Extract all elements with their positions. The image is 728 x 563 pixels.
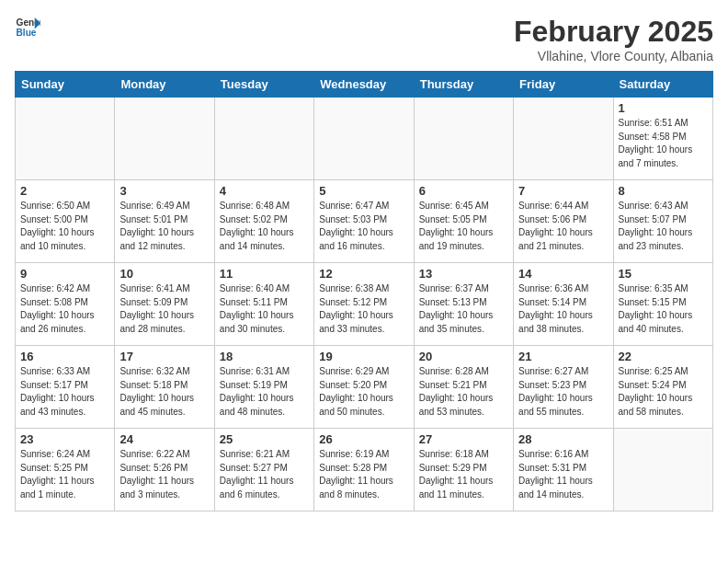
day-number: 20 (419, 350, 508, 363)
calendar-cell: 15Sunrise: 6:35 AM Sunset: 5:15 PM Dayli… (613, 263, 712, 346)
day-number: 13 (419, 267, 508, 281)
day-number: 21 (518, 350, 608, 363)
day-info: Sunrise: 6:25 AM Sunset: 5:24 PM Dayligh… (619, 365, 708, 419)
calendar-cell: 14Sunrise: 6:36 AM Sunset: 5:14 PM Dayli… (514, 263, 613, 346)
day-info: Sunrise: 6:31 AM Sunset: 5:19 PM Dayligh… (220, 365, 309, 419)
calendar-cell: 3Sunrise: 6:49 AM Sunset: 5:01 PM Daylig… (115, 180, 214, 263)
day-number: 25 (220, 432, 309, 446)
day-info: Sunrise: 6:19 AM Sunset: 5:28 PM Dayligh… (319, 448, 408, 501)
day-number: 23 (20, 432, 109, 446)
calendar-cell: 2Sunrise: 6:50 AM Sunset: 5:00 PM Daylig… (16, 180, 115, 263)
calendar-cell: 23Sunrise: 6:24 AM Sunset: 5:25 PM Dayli… (16, 429, 115, 511)
day-number: 14 (518, 267, 608, 281)
logo-icon: General Blue (15, 15, 40, 40)
calendar-cell: 26Sunrise: 6:19 AM Sunset: 5:28 PM Dayli… (314, 429, 414, 511)
calendar-cell: 16Sunrise: 6:33 AM Sunset: 5:17 PM Dayli… (16, 346, 115, 429)
day-number: 17 (119, 350, 209, 363)
calendar-cell: 20Sunrise: 6:28 AM Sunset: 5:21 PM Dayli… (414, 346, 513, 429)
day-info: Sunrise: 6:32 AM Sunset: 5:18 PM Dayligh… (119, 365, 209, 419)
day-number: 4 (220, 184, 309, 198)
day-number: 1 (619, 101, 708, 115)
day-number: 27 (419, 432, 508, 446)
day-number: 2 (20, 184, 109, 198)
weekday-header-sunday: Sunday (16, 72, 115, 98)
calendar-cell (214, 98, 313, 180)
calendar-cell: 28Sunrise: 6:16 AM Sunset: 5:31 PM Dayli… (514, 429, 613, 511)
day-info: Sunrise: 6:29 AM Sunset: 5:20 PM Dayligh… (319, 365, 408, 419)
day-number: 26 (319, 432, 408, 446)
svg-text:Blue: Blue (17, 28, 37, 38)
calendar-cell: 13Sunrise: 6:37 AM Sunset: 5:13 PM Dayli… (414, 263, 513, 346)
calendar-cell (414, 98, 513, 180)
calendar-cell (16, 98, 115, 180)
calendar-cell: 9Sunrise: 6:42 AM Sunset: 5:08 PM Daylig… (16, 263, 115, 346)
day-number: 5 (319, 184, 408, 198)
calendar-cell: 6Sunrise: 6:45 AM Sunset: 5:05 PM Daylig… (414, 180, 513, 263)
day-info: Sunrise: 6:42 AM Sunset: 5:08 PM Dayligh… (20, 282, 109, 336)
calendar-week-row: 16Sunrise: 6:33 AM Sunset: 5:17 PM Dayli… (16, 346, 713, 429)
weekday-header-thursday: Thursday (414, 72, 513, 98)
calendar-cell: 18Sunrise: 6:31 AM Sunset: 5:19 PM Dayli… (214, 346, 313, 429)
day-number: 12 (319, 267, 408, 281)
weekday-header-saturday: Saturday (613, 72, 712, 98)
calendar-week-row: 2Sunrise: 6:50 AM Sunset: 5:00 PM Daylig… (16, 180, 713, 263)
calendar-week-row: 23Sunrise: 6:24 AM Sunset: 5:25 PM Dayli… (16, 429, 713, 511)
calendar-cell: 17Sunrise: 6:32 AM Sunset: 5:18 PM Dayli… (115, 346, 214, 429)
calendar-cell (314, 98, 414, 180)
day-info: Sunrise: 6:18 AM Sunset: 5:29 PM Dayligh… (419, 448, 508, 501)
day-info: Sunrise: 6:22 AM Sunset: 5:26 PM Dayligh… (119, 448, 209, 501)
day-info: Sunrise: 6:37 AM Sunset: 5:13 PM Dayligh… (419, 282, 508, 336)
day-number: 24 (119, 432, 209, 446)
calendar-table: SundayMondayTuesdayWednesdayThursdayFrid… (15, 71, 713, 511)
day-info: Sunrise: 6:40 AM Sunset: 5:11 PM Dayligh… (220, 282, 309, 336)
calendar-cell: 24Sunrise: 6:22 AM Sunset: 5:26 PM Dayli… (115, 429, 214, 511)
calendar-cell: 27Sunrise: 6:18 AM Sunset: 5:29 PM Dayli… (414, 429, 513, 511)
day-number: 19 (319, 350, 408, 363)
day-number: 16 (20, 350, 109, 363)
calendar-cell: 5Sunrise: 6:47 AM Sunset: 5:03 PM Daylig… (314, 180, 414, 263)
calendar-cell: 12Sunrise: 6:38 AM Sunset: 5:12 PM Dayli… (314, 263, 414, 346)
calendar-cell: 25Sunrise: 6:21 AM Sunset: 5:27 PM Dayli… (214, 429, 313, 511)
day-info: Sunrise: 6:48 AM Sunset: 5:02 PM Dayligh… (220, 200, 309, 253)
day-number: 18 (220, 350, 309, 363)
calendar-cell: 11Sunrise: 6:40 AM Sunset: 5:11 PM Dayli… (214, 263, 313, 346)
day-number: 10 (119, 267, 209, 281)
day-number: 3 (119, 184, 209, 198)
calendar-cell: 7Sunrise: 6:44 AM Sunset: 5:06 PM Daylig… (514, 180, 613, 263)
location: Vllahine, Vlore County, Albania (514, 49, 713, 63)
month-title: February 2025 (514, 15, 713, 49)
day-info: Sunrise: 6:35 AM Sunset: 5:15 PM Dayligh… (619, 282, 708, 336)
day-info: Sunrise: 6:24 AM Sunset: 5:25 PM Dayligh… (20, 448, 109, 501)
calendar-cell: 22Sunrise: 6:25 AM Sunset: 5:24 PM Dayli… (613, 346, 712, 429)
calendar-cell: 19Sunrise: 6:29 AM Sunset: 5:20 PM Dayli… (314, 346, 414, 429)
day-info: Sunrise: 6:44 AM Sunset: 5:06 PM Dayligh… (518, 200, 608, 253)
calendar-cell (115, 98, 214, 180)
calendar-week-row: 1Sunrise: 6:51 AM Sunset: 4:58 PM Daylig… (16, 98, 713, 180)
weekday-header-tuesday: Tuesday (214, 72, 313, 98)
calendar-week-row: 9Sunrise: 6:42 AM Sunset: 5:08 PM Daylig… (16, 263, 713, 346)
day-info: Sunrise: 6:28 AM Sunset: 5:21 PM Dayligh… (419, 365, 508, 419)
calendar-cell (613, 429, 712, 511)
logo: General Blue (15, 15, 40, 40)
weekday-header-row: SundayMondayTuesdayWednesdayThursdayFrid… (16, 72, 713, 98)
day-info: Sunrise: 6:38 AM Sunset: 5:12 PM Dayligh… (319, 282, 408, 336)
day-info: Sunrise: 6:41 AM Sunset: 5:09 PM Dayligh… (119, 282, 209, 336)
title-block: February 2025 Vllahine, Vlore County, Al… (514, 15, 713, 63)
day-info: Sunrise: 6:16 AM Sunset: 5:31 PM Dayligh… (518, 448, 608, 501)
calendar-cell: 1Sunrise: 6:51 AM Sunset: 4:58 PM Daylig… (613, 98, 712, 180)
day-info: Sunrise: 6:50 AM Sunset: 5:00 PM Dayligh… (20, 200, 109, 253)
page-header: General Blue February 2025 Vllahine, Vlo… (15, 15, 713, 63)
day-info: Sunrise: 6:51 AM Sunset: 4:58 PM Dayligh… (619, 117, 708, 170)
day-info: Sunrise: 6:27 AM Sunset: 5:23 PM Dayligh… (518, 365, 608, 419)
calendar-cell (514, 98, 613, 180)
day-number: 22 (619, 350, 708, 363)
day-info: Sunrise: 6:21 AM Sunset: 5:27 PM Dayligh… (220, 448, 309, 501)
day-number: 7 (518, 184, 608, 198)
day-info: Sunrise: 6:49 AM Sunset: 5:01 PM Dayligh… (119, 200, 209, 253)
day-info: Sunrise: 6:36 AM Sunset: 5:14 PM Dayligh… (518, 282, 608, 336)
weekday-header-friday: Friday (514, 72, 613, 98)
day-number: 11 (220, 267, 309, 281)
day-info: Sunrise: 6:43 AM Sunset: 5:07 PM Dayligh… (619, 200, 708, 253)
calendar-cell: 10Sunrise: 6:41 AM Sunset: 5:09 PM Dayli… (115, 263, 214, 346)
weekday-header-monday: Monday (115, 72, 214, 98)
